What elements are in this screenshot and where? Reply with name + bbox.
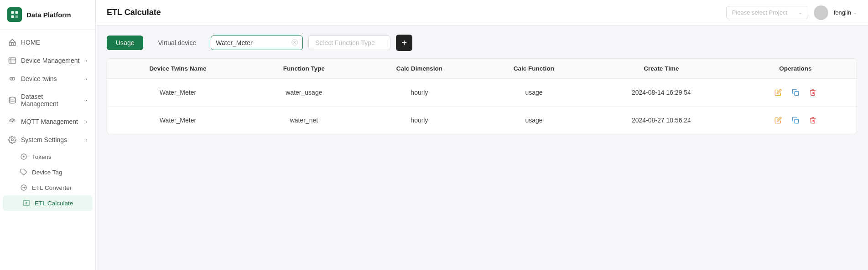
svg-point-17 bbox=[819, 9, 822, 12]
sidebar-item-dataset-management[interactable]: Dataset Management › bbox=[0, 88, 95, 112]
svg-rect-0 bbox=[11, 11, 14, 14]
content-area: Usage Virtual device ⓧ Select Function T… bbox=[96, 25, 868, 270]
table-row: Water_Meterwater_nethourlyusage2024-08-2… bbox=[107, 107, 857, 134]
cell-function_type-0: water_usage bbox=[249, 79, 359, 107]
cell-calc_function-1: usage bbox=[479, 107, 588, 134]
page-header: ETL Calculate Please select Project ⌄ fe… bbox=[96, 0, 868, 25]
data-table: Device Twins Name Function Type Calc Dim… bbox=[107, 58, 857, 134]
svg-rect-18 bbox=[795, 92, 799, 96]
col-header-create-time: Create Time bbox=[588, 59, 734, 79]
sidebar-item-mqtt[interactable]: MQTT Management › bbox=[0, 112, 95, 131]
sidebar-item-device-twins[interactable]: Device twins › bbox=[0, 70, 95, 88]
add-button[interactable]: + bbox=[396, 35, 412, 51]
function-type-placeholder: Select Function Type bbox=[315, 39, 374, 46]
svg-point-12 bbox=[11, 139, 14, 141]
tokens-icon bbox=[20, 153, 27, 160]
cell-create_time-1: 2024-08-27 10:56:24 bbox=[588, 107, 734, 134]
svg-rect-5 bbox=[9, 58, 16, 63]
username-chevron-icon: ⌄ bbox=[853, 10, 857, 15]
svg-point-11 bbox=[12, 121, 13, 122]
svg-rect-3 bbox=[16, 15, 18, 18]
app-logo: Data Platform bbox=[0, 0, 95, 30]
sidebar-subitem-etl-calculate[interactable]: ETL Calculate bbox=[3, 195, 93, 211]
home-icon bbox=[8, 38, 16, 46]
project-select-placeholder: Please select Project bbox=[732, 9, 795, 16]
sidebar-nav: HOME Device Management › Device twins › bbox=[0, 30, 95, 270]
sidebar-item-system-settings[interactable]: System Settings ‹ bbox=[0, 131, 95, 149]
tab-virtual-device[interactable]: Virtual device bbox=[149, 36, 205, 50]
device-twins-icon bbox=[8, 75, 16, 83]
device-twins-search[interactable]: ⓧ bbox=[211, 36, 303, 50]
edit-icon bbox=[774, 117, 782, 124]
toolbar: Usage Virtual device ⓧ Select Function T… bbox=[107, 35, 857, 51]
chevron-down-icon: › bbox=[85, 58, 87, 63]
edit-button[interactable] bbox=[772, 86, 785, 99]
copy-icon bbox=[792, 89, 799, 96]
delete-icon bbox=[809, 89, 816, 96]
cell-device_twins_name-0: Water_Meter bbox=[107, 79, 249, 107]
main-content: ETL Calculate Please select Project ⌄ fe… bbox=[96, 0, 868, 270]
tab-usage[interactable]: Usage bbox=[107, 36, 143, 50]
app-name: Data Platform bbox=[26, 11, 71, 19]
sidebar-item-label-device-twins: Device twins bbox=[21, 75, 57, 82]
edit-button[interactable] bbox=[772, 114, 785, 127]
avatar bbox=[814, 5, 828, 20]
table-row: Water_Meterwater_usagehourlyusage2024-08… bbox=[107, 79, 857, 107]
sidebar-subitem-device-tag[interactable]: Device Tag bbox=[0, 164, 95, 180]
sidebar-item-home[interactable]: HOME bbox=[0, 33, 95, 51]
sidebar-subitem-label-device-tag: Device Tag bbox=[32, 169, 62, 176]
cell-operations-1 bbox=[734, 107, 857, 134]
sidebar-item-label-device-management: Device Management bbox=[21, 57, 79, 64]
search-input[interactable] bbox=[216, 39, 289, 46]
function-type-select[interactable]: Select Function Type bbox=[308, 36, 390, 50]
chevron-down-icon-twins: › bbox=[85, 76, 87, 82]
sidebar-subitem-label-tokens: Tokens bbox=[32, 153, 52, 160]
copy-button[interactable] bbox=[789, 114, 802, 127]
sidebar-item-label-dataset: Dataset Management bbox=[21, 93, 81, 107]
cell-device_twins_name-1: Water_Meter bbox=[107, 107, 249, 134]
cell-calc_function-0: usage bbox=[479, 79, 588, 107]
clear-icon[interactable]: ⓧ bbox=[291, 39, 298, 47]
sidebar-subitem-tokens[interactable]: Tokens bbox=[0, 149, 95, 164]
sidebar-item-label-home: HOME bbox=[21, 39, 40, 46]
chevron-up-icon-settings: ‹ bbox=[85, 137, 87, 143]
delete-button[interactable] bbox=[806, 114, 819, 127]
sidebar-item-label-system-settings: System Settings bbox=[21, 136, 67, 143]
cell-calc_dimension-0: hourly bbox=[359, 79, 479, 107]
sidebar-subitem-etl-converter[interactable]: ETL Converter bbox=[0, 180, 95, 195]
sidebar-subitem-label-etl-converter: ETL Converter bbox=[32, 184, 72, 191]
sidebar: Data Platform HOME Device Management › bbox=[0, 0, 96, 270]
col-header-function-type: Function Type bbox=[249, 59, 359, 79]
device-tag-icon bbox=[20, 168, 27, 176]
sidebar-item-device-management[interactable]: Device Management › bbox=[0, 51, 95, 70]
col-header-device-twins-name: Device Twins Name bbox=[107, 59, 249, 79]
copy-icon bbox=[792, 117, 799, 124]
delete-icon bbox=[809, 117, 816, 124]
edit-icon bbox=[774, 89, 782, 96]
table-header-row: Device Twins Name Function Type Calc Dim… bbox=[107, 59, 857, 79]
page-title: ETL Calculate bbox=[107, 8, 161, 17]
svg-point-10 bbox=[9, 97, 16, 99]
cell-create_time-0: 2024-08-14 16:29:54 bbox=[588, 79, 734, 107]
delete-button[interactable] bbox=[806, 86, 819, 99]
etl-calculate-icon bbox=[23, 199, 30, 207]
sidebar-subitem-label-etl-calculate: ETL Calculate bbox=[35, 200, 73, 207]
dataset-icon bbox=[8, 96, 16, 104]
header-right: Please select Project ⌄ fenglin ⌄ bbox=[726, 5, 857, 20]
cell-operations-0 bbox=[734, 79, 857, 107]
username[interactable]: fenglin ⌄ bbox=[834, 9, 857, 16]
logo-icon bbox=[7, 7, 22, 22]
settings-icon bbox=[8, 136, 16, 144]
chevron-down-icon-dataset: › bbox=[85, 97, 87, 103]
cell-calc_dimension-1: hourly bbox=[359, 107, 479, 134]
svg-rect-19 bbox=[795, 119, 799, 123]
project-select[interactable]: Please select Project ⌄ bbox=[726, 6, 808, 19]
etl-converter-icon bbox=[20, 184, 27, 191]
col-header-calc-dimension: Calc Dimension bbox=[359, 59, 479, 79]
copy-button[interactable] bbox=[789, 86, 802, 99]
svg-rect-2 bbox=[11, 15, 14, 18]
add-button-label: + bbox=[401, 38, 407, 48]
mqtt-icon bbox=[8, 117, 16, 126]
col-header-operations: Operations bbox=[734, 59, 857, 79]
sidebar-item-label-mqtt: MQTT Management bbox=[21, 118, 78, 125]
